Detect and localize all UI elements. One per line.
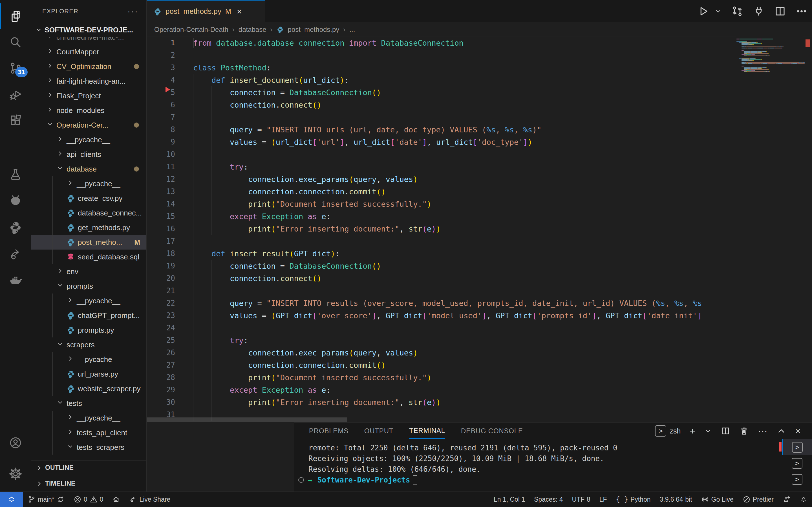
tree-folder-tests-scrapers[interactable]: tests_scrapers [31, 440, 146, 455]
tree-folder--pycache-[interactable]: __pycache__ [31, 132, 146, 147]
sidebar-more-actions-icon[interactable]: ··· [128, 6, 139, 16]
line-number[interactable]: 3 [147, 63, 175, 72]
line-number[interactable]: 19 [147, 262, 175, 270]
timeline-section[interactable]: TIMELINE [31, 476, 146, 491]
terminal-instance-3[interactable]: > [782, 471, 812, 487]
breadcrumb-symbol[interactable]: ... [349, 25, 355, 34]
plug-icon[interactable] [753, 5, 765, 17]
minimap[interactable] [737, 37, 803, 422]
explorer-icon[interactable] [0, 3, 31, 29]
line-number[interactable]: 27 [147, 361, 175, 369]
line-number[interactable]: 28 [147, 373, 175, 382]
search-icon[interactable] [0, 29, 31, 55]
line-number[interactable]: 5 [147, 88, 175, 97]
tree-file-get-methods-py[interactable]: get_methods.py [31, 220, 146, 235]
panel-more-actions-icon[interactable]: ⋯ [758, 425, 767, 437]
sync-changes-icon[interactable] [731, 5, 743, 17]
breadcrumb-folder[interactable]: database [239, 25, 266, 34]
split-editor-icon[interactable] [774, 5, 786, 17]
line-number[interactable]: 22 [147, 299, 175, 307]
line-number[interactable]: 21 [147, 286, 175, 295]
panel-tab-problems[interactable]: PROBLEMS [309, 423, 349, 439]
line-number[interactable]: 15 [147, 212, 175, 221]
maximize-panel-icon[interactable] [776, 426, 786, 436]
run-debug-icon[interactable] [0, 81, 31, 107]
tree-file-website-scraper-py[interactable]: website_scraper.py [31, 381, 146, 396]
source-control-icon[interactable]: 31 [0, 55, 31, 81]
problems-item[interactable]: 0 0 [69, 492, 108, 507]
tree-file-prompts-py[interactable]: prompts.py [31, 323, 146, 337]
feedback-item[interactable] [778, 492, 795, 507]
tree-file-chatgpt-prompt-[interactable]: chatGPT_prompt... [31, 308, 146, 323]
eol-sequence[interactable]: LF [595, 492, 612, 507]
terminal-instance-2[interactable]: > [782, 455, 812, 471]
tab-close-icon[interactable]: × [237, 7, 242, 16]
line-number[interactable]: 12 [147, 175, 175, 183]
terminal-dropdown-chevron-icon[interactable] [704, 427, 712, 435]
horizontal-scrollbar[interactable] [147, 417, 347, 422]
line-number[interactable]: 13 [147, 187, 175, 196]
cursor-position[interactable]: Ln 1, Col 1 [489, 492, 529, 507]
python-interpreter[interactable]: 3.9.6 64-bit [655, 492, 697, 507]
panel-tab-output[interactable]: OUTPUT [364, 423, 393, 439]
line-number[interactable]: 30 [147, 398, 175, 406]
tree-file-create-csv-py[interactable]: create_csv.py [31, 191, 146, 206]
tree-folder-fair-light-heating-an-[interactable]: fair-light-heating-an... [31, 74, 146, 89]
indentation[interactable]: Spaces: 4 [529, 492, 567, 507]
line-number[interactable]: 1 [147, 39, 175, 47]
tree-folder-prompts[interactable]: prompts [31, 279, 146, 293]
prettier-item[interactable]: Prettier [738, 492, 778, 507]
tree-folder-database[interactable]: database [31, 162, 146, 176]
line-number[interactable]: 6 [147, 101, 175, 109]
tree-folder-tests[interactable]: tests [31, 396, 146, 411]
line-number[interactable]: 14 [147, 200, 175, 208]
tree-folder-scrapers[interactable]: scrapers [31, 337, 146, 352]
line-number[interactable]: 25 [147, 336, 175, 344]
run-dropdown-chevron-icon[interactable] [714, 5, 722, 17]
tree-folder-flask-project[interactable]: Flask_Project [31, 89, 146, 103]
notifications-item[interactable] [795, 492, 812, 507]
tree-folder-env[interactable]: env [31, 264, 146, 279]
live-share-icon[interactable] [0, 241, 31, 267]
breadcrumb-file[interactable]: post_methods.py [288, 25, 340, 34]
line-number[interactable]: 2 [147, 51, 175, 59]
line-number[interactable]: 4 [147, 76, 175, 84]
line-number[interactable]: 7 [147, 113, 175, 121]
breadcrumb-folder[interactable]: Operation-Certain-Death [154, 25, 229, 34]
line-number[interactable]: 29 [147, 386, 175, 394]
outline-section[interactable]: OUTLINE [31, 460, 146, 475]
run-file-icon[interactable] [698, 5, 709, 17]
live-share-item[interactable]: Live Share [124, 492, 175, 507]
encoding[interactable]: UTF-8 [567, 492, 595, 507]
go-live-item[interactable]: Go Live [697, 492, 738, 507]
tree-folder-api-clients[interactable]: api_clients [31, 147, 146, 162]
tree-folder-tests-api-client[interactable]: tests_api_client [31, 425, 146, 440]
split-terminal-icon[interactable] [721, 426, 730, 436]
line-number[interactable]: 24 [147, 324, 175, 332]
line-number[interactable]: 11 [147, 163, 175, 171]
workspace-root-folder[interactable]: SOFTWARE-DEV-PROJE... [31, 22, 146, 37]
extensions-icon[interactable] [0, 107, 31, 133]
python-icon[interactable] [0, 215, 31, 240]
tabnine-alien-icon[interactable] [0, 188, 31, 214]
tree-folder--pycache-[interactable]: __pycache__ [31, 411, 146, 425]
tree-folder--pycache-[interactable]: __pycache__ [31, 293, 146, 308]
tree-folder--pycache-[interactable]: __pycache__ [31, 176, 146, 191]
more-actions-icon[interactable] [796, 5, 808, 17]
tree-file-url-parse-py[interactable]: url_parse.py [31, 367, 146, 381]
line-number[interactable]: 16 [147, 224, 175, 233]
kill-terminal-icon[interactable] [739, 426, 749, 436]
tree-folder-courtmapper[interactable]: CourtMapper [31, 45, 146, 59]
line-number[interactable]: 9 [147, 138, 175, 146]
docker-icon[interactable] [0, 268, 31, 293]
tree-file-post-metho-[interactable]: post_metho...M [31, 235, 146, 249]
line-number[interactable]: 10 [147, 150, 175, 159]
tree-folder-cv-optimization[interactable]: CV_Optimization [31, 59, 146, 74]
close-panel-icon[interactable]: × [795, 426, 801, 437]
new-terminal-icon[interactable]: + [690, 426, 695, 437]
account-icon[interactable] [0, 430, 31, 456]
tree-file-seed-database-sql[interactable]: seed_database.sql [31, 249, 146, 264]
tree-folder-chromedriver-mac-[interactable]: chromedriver-mac-... [31, 37, 146, 45]
home-item[interactable] [108, 492, 124, 507]
line-number[interactable]: 8 [147, 125, 175, 134]
